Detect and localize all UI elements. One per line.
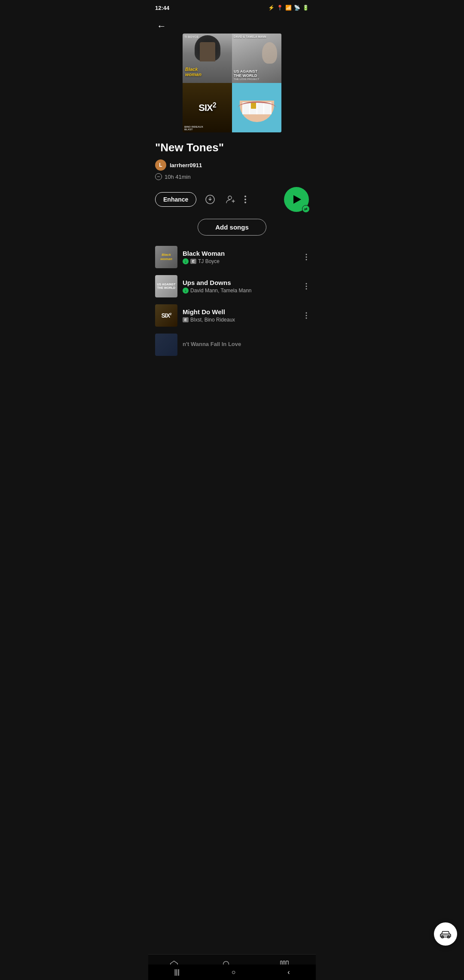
location-icon: 📍 [277,5,283,11]
owner-name: larrherr0911 [170,162,202,168]
explicit-badge-1: E [190,259,196,264]
enhance-button[interactable]: Enhance [155,192,196,207]
downloaded-icon-1 [183,258,189,264]
add-user-button[interactable] [224,193,238,206]
signal-icon: 📡 [294,5,300,11]
playlist-owner[interactable]: L larrherr0911 [155,159,309,171]
svg-point-13 [306,318,307,319]
status-time: 12:44 [155,5,169,11]
playlist-info: "New Tones" L larrherr0911 10h 41min [148,132,316,180]
collage-cell-4 [232,83,281,132]
collage-cell-3: SIX2 BINO RIDEAUXBLXST [183,83,232,132]
explicit-badge-3: E [183,317,189,322]
track-item: US AGAINSTTHE WORLD Ups and Downs David … [155,272,309,301]
svg-point-6 [306,257,307,258]
track-item: n't Wanna Fall In Love [155,330,309,359]
track-item: SIX2 Might Do Well E Blxst, Bino Rideaux [155,301,309,330]
track-more-icon-1 [305,254,307,260]
track-meta-3: E Blxst, Bino Rideaux [183,317,299,323]
play-icon [293,195,301,204]
track-artist-2: David Mann, Tamela Mann [190,288,252,294]
more-options-button[interactable] [244,195,246,204]
track-list: Blackwoman Black Woman E TJ Boyce [148,242,316,359]
svg-point-9 [306,286,307,287]
track-more-button-2[interactable] [304,281,309,291]
track-thumbnail-1: Blackwoman [155,246,177,268]
download-icon [205,194,215,205]
track-more-button-1[interactable] [304,252,309,262]
track-name-4: n't Wanna Fall In Love [183,341,309,347]
playlist-meta: 10h 41min [155,173,309,180]
page-header: ← [148,14,316,34]
track-artist-1: TJ Boyce [198,258,220,264]
track-thumbnail-2: US AGAINSTTHE WORLD [155,275,177,297]
more-icon [244,195,246,204]
svg-point-3 [244,199,246,200]
add-user-icon [226,194,236,205]
bluetooth-icon: ⚡ [268,5,275,11]
svg-point-1 [228,196,232,199]
back-button[interactable]: ← [155,19,168,34]
collage-cell-2: DAVID & TAMELA MANN US AGAINSTTHE WORLD … [232,34,281,83]
svg-point-7 [306,259,307,260]
track-name-3: Might Do Well [183,308,299,315]
svg-point-11 [306,312,307,314]
track-name-1: Black Woman [183,250,299,257]
wifi-icon: 📶 [285,5,292,11]
battery-icon: 🔋 [302,5,309,11]
svg-point-2 [244,196,246,197]
track-name-2: Ups and Downs [183,279,299,286]
track-item: Blackwoman Black Woman E TJ Boyce [155,242,309,272]
shuffle-badge: ⇌ [302,205,310,213]
track-info-4: n't Wanna Fall In Love [183,341,309,349]
add-songs-button[interactable]: Add songs [198,219,266,236]
svg-point-5 [306,254,307,255]
status-icons: ⚡ 📍 📶 📡 🔋 [268,5,309,11]
playlist-title: "New Tones" [155,141,309,154]
track-more-icon-3 [305,312,307,319]
globe-icon [155,173,162,180]
track-meta-2: David Mann, Tamela Mann [183,288,299,294]
playlist-collage: Blackwoman TI BOYCE DAVID & TAMELA MANN … [183,34,281,132]
track-meta-1: E TJ Boyce [183,258,299,264]
track-info-1: Black Woman E TJ Boyce [183,250,299,264]
action-bar: Enhance [148,180,316,215]
svg-point-4 [244,202,246,203]
track-more-icon-2 [305,283,307,290]
track-thumbnail-4 [155,334,177,356]
svg-point-12 [306,315,307,316]
svg-point-10 [306,288,307,290]
owner-avatar: L [155,159,166,171]
playlist-duration: 10h 41min [165,174,191,180]
track-artist-3: Blxst, Bino Rideaux [190,317,235,323]
track-thumbnail-3: SIX2 [155,304,177,327]
download-button[interactable] [203,193,217,206]
collage-cell-1: Blackwoman TI BOYCE [183,34,232,83]
track-info-2: Ups and Downs David Mann, Tamela Mann [183,279,299,294]
play-shuffle-button[interactable]: ⇌ [284,187,309,212]
track-info-3: Might Do Well E Blxst, Bino Rideaux [183,308,299,323]
svg-point-8 [306,283,307,285]
track-more-button-3[interactable] [304,310,309,321]
status-bar: 12:44 ⚡ 📍 📶 📡 🔋 [148,0,316,14]
downloaded-icon-2 [183,288,189,294]
